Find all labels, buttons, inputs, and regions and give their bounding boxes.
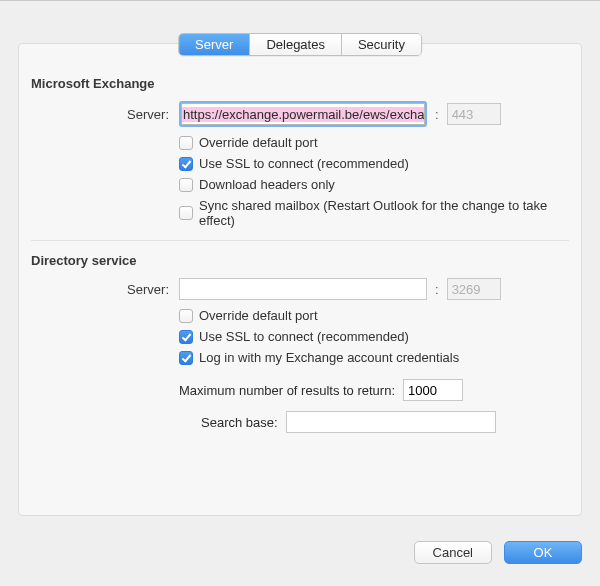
directory-login-exchange-checkbox[interactable] [179,351,193,365]
exchange-port-input[interactable] [447,103,501,125]
directory-max-results-label: Maximum number of results to return: [179,383,395,398]
directory-login-exchange-row: Log in with my Exchange account credenti… [31,350,569,365]
directory-server-input[interactable] [179,278,427,300]
directory-use-ssl-row: Use SSL to connect (recommended) [31,329,569,344]
directory-section-title: Directory service [31,253,569,268]
directory-override-port-row: Override default port [31,308,569,323]
directory-search-base-row: Search base: [31,411,569,433]
dialog-footer: Cancel OK [414,541,582,564]
exchange-headers-only-row: Download headers only [31,177,569,192]
section-divider [31,240,569,241]
directory-use-ssl-checkbox[interactable] [179,330,193,344]
exchange-server-focus-ring: https://exchange.powermail.be/ews/exchan… [179,101,427,127]
directory-port-input[interactable] [447,278,501,300]
tab-bar: Server Delegates Security [178,33,422,56]
directory-server-label: Server: [31,282,179,297]
exchange-sync-shared-label: Sync shared mailbox (Restart Outlook for… [199,198,569,228]
ok-button[interactable]: OK [504,541,582,564]
exchange-override-port-checkbox[interactable] [179,136,193,150]
directory-server-row: Server: : [31,278,569,300]
exchange-override-port-label: Override default port [199,135,318,150]
exchange-server-value: https://exchange.powermail.be/ews/exchan… [182,107,425,122]
directory-max-results-row: Maximum number of results to return: [31,379,569,401]
directory-override-port-label: Override default port [199,308,318,323]
tab-security[interactable]: Security [342,34,421,55]
exchange-server-input[interactable]: https://exchange.powermail.be/ews/exchan… [181,103,425,125]
cancel-button-label: Cancel [433,545,473,560]
exchange-headers-only-checkbox[interactable] [179,178,193,192]
tab-security-label: Security [358,37,405,52]
directory-use-ssl-label: Use SSL to connect (recommended) [199,329,409,344]
directory-login-exchange-label: Log in with my Exchange account credenti… [199,350,459,365]
exchange-use-ssl-label: Use SSL to connect (recommended) [199,156,409,171]
exchange-server-row: Server: https://exchange.powermail.be/ew… [31,101,569,127]
tab-server-label: Server [195,37,233,52]
exchange-use-ssl-row: Use SSL to connect (recommended) [31,156,569,171]
exchange-use-ssl-checkbox[interactable] [179,157,193,171]
preferences-window: Server Delegates Security Microsoft Exch… [0,0,600,586]
exchange-sync-shared-checkbox[interactable] [179,206,193,220]
content-panel: Microsoft Exchange Server: https://excha… [18,43,582,516]
directory-search-base-label: Search base: [201,415,278,430]
exchange-port-separator: : [435,107,439,122]
exchange-sync-shared-row: Sync shared mailbox (Restart Outlook for… [31,198,569,228]
directory-override-port-checkbox[interactable] [179,309,193,323]
directory-max-results-input[interactable] [403,379,463,401]
directory-search-base-input[interactable] [286,411,496,433]
ok-button-label: OK [534,545,553,560]
exchange-headers-only-label: Download headers only [199,177,335,192]
cancel-button[interactable]: Cancel [414,541,492,564]
tab-delegates[interactable]: Delegates [250,34,342,55]
exchange-override-port-row: Override default port [31,135,569,150]
tab-server[interactable]: Server [179,34,250,55]
tab-delegates-label: Delegates [266,37,325,52]
exchange-section-title: Microsoft Exchange [31,76,569,91]
exchange-server-label: Server: [31,107,179,122]
directory-port-separator: : [435,282,439,297]
